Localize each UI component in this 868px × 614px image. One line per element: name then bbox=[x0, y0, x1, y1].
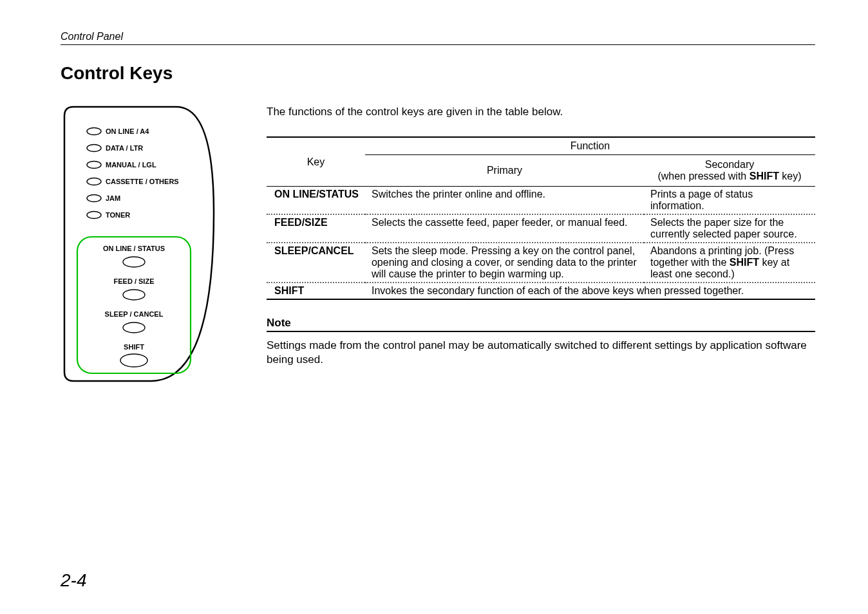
th-function: Function bbox=[365, 138, 815, 155]
svg-point-2 bbox=[87, 145, 101, 152]
control-keys-table: Key Function Primary Secondary (when pre… bbox=[267, 136, 815, 300]
page-title: Control Keys bbox=[61, 63, 815, 84]
section-header: Control Panel bbox=[61, 31, 815, 45]
svg-text:CASSETTE / OTHERS: CASSETTE / OTHERS bbox=[106, 178, 179, 185]
svg-text:ON LINE / STATUS: ON LINE / STATUS bbox=[103, 245, 165, 252]
svg-text:JAM: JAM bbox=[106, 194, 120, 202]
led-data-ltr: DATA / LTR bbox=[87, 144, 143, 152]
svg-point-0 bbox=[87, 128, 101, 135]
svg-text:ON LINE / A4: ON LINE / A4 bbox=[106, 127, 149, 135]
led-manual-lgl: MANUAL / LGL bbox=[87, 161, 156, 169]
svg-text:MANUAL / LGL: MANUAL / LGL bbox=[106, 161, 156, 169]
led-online-a4: ON LINE / A4 bbox=[87, 127, 149, 135]
table-row: FEED/SIZE Selects the cassette feed, pap… bbox=[267, 214, 815, 243]
note-body: Settings made from the control panel may… bbox=[267, 339, 815, 368]
intro-text: The functions of the control keys are gi… bbox=[267, 106, 815, 118]
svg-point-17 bbox=[123, 322, 145, 333]
svg-text:DATA / LTR: DATA / LTR bbox=[106, 144, 143, 152]
led-toner: TONER bbox=[87, 211, 130, 219]
svg-point-13 bbox=[123, 257, 145, 267]
table-row: SLEEP/CANCEL Sets the sleep mode. Pressi… bbox=[267, 243, 815, 283]
th-primary: Primary bbox=[365, 155, 644, 187]
table-row: ON LINE/STATUS Switches the printer onli… bbox=[267, 187, 815, 215]
svg-text:SHIFT: SHIFT bbox=[124, 343, 144, 351]
svg-text:FEED / SIZE: FEED / SIZE bbox=[114, 277, 155, 285]
th-secondary: Secondary (when pressed with SHIFT key) bbox=[644, 155, 815, 187]
th-key: Key bbox=[267, 138, 365, 187]
svg-point-6 bbox=[87, 178, 101, 185]
page-number: 2-4 bbox=[61, 570, 86, 591]
control-panel-svg: ON LINE / A4 DATA / LTR MANUAL / LGL CAS… bbox=[61, 103, 228, 385]
svg-text:TONER: TONER bbox=[106, 211, 130, 219]
svg-point-8 bbox=[87, 195, 101, 202]
note-rule bbox=[267, 331, 815, 332]
control-panel-figure: ON LINE / A4 DATA / LTR MANUAL / LGL CAS… bbox=[61, 103, 228, 387]
svg-point-15 bbox=[123, 290, 145, 300]
svg-point-4 bbox=[87, 162, 101, 169]
table-row: SHIFT Invokes the secondary function of … bbox=[267, 283, 815, 299]
svg-point-10 bbox=[87, 212, 101, 219]
svg-text:SLEEP / CANCEL: SLEEP / CANCEL bbox=[105, 310, 164, 318]
note-heading: Note bbox=[267, 317, 815, 330]
svg-point-19 bbox=[120, 354, 147, 367]
